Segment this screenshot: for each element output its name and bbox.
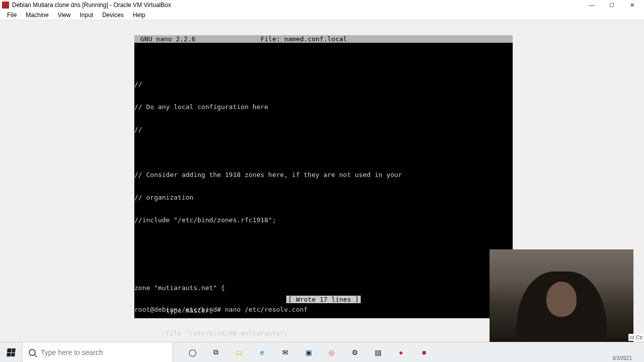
taskbar-apps: ◯ ⧉ 🗂 e ✉ ▣ ◎ ⚙ ▤ ● ■ [173, 342, 644, 363]
minimize-button[interactable]: — [582, 0, 602, 10]
clip-hint-label: nt Ctr [628, 334, 644, 341]
windows-logo-icon [7, 348, 16, 356]
window-title: Debian Mutiara clone dns [Running] - Ora… [12, 2, 582, 9]
start-button[interactable] [0, 342, 22, 363]
app-button-1[interactable]: ▤ [367, 342, 388, 363]
menu-file[interactable]: File [3, 11, 21, 19]
close-button[interactable]: ✕ [622, 0, 642, 10]
nano-editor-body[interactable]: // // Do any local configuration here //… [134, 43, 513, 362]
settings-button[interactable]: ⚙ [344, 342, 365, 363]
menu-devices[interactable]: Devices [98, 11, 128, 19]
gear-icon: ⚙ [350, 347, 360, 357]
windows-taskbar: Type here to search ◯ ⧉ 🗂 e ✉ ▣ ◎ ⚙ ▤ ● … [0, 342, 644, 362]
nano-status-line: [ Wrote 17 lines ] [134, 296, 513, 303]
mail-button[interactable]: ✉ [275, 342, 296, 363]
nano-version: GNU nano 2.2.6 [134, 35, 196, 43]
editor-line: // organization [134, 194, 513, 201]
menu-help[interactable]: Help [129, 11, 149, 19]
explorer-button[interactable]: 🗂 [228, 342, 250, 363]
search-icon [29, 349, 36, 356]
folder-icon: 🗂 [234, 347, 244, 357]
record-icon: ● [396, 347, 406, 357]
virtualbox-button[interactable]: ▣ [298, 342, 319, 363]
edge-icon: e [257, 347, 267, 357]
edge-button[interactable]: e [252, 342, 273, 363]
mail-icon: ✉ [280, 347, 290, 357]
terminal-window[interactable]: GNU nano 2.2.6 File: named.conf.local //… [134, 35, 513, 318]
virtualbox-icon [2, 2, 9, 9]
app-icon: ■ [419, 347, 429, 357]
editor-line [134, 239, 513, 246]
taskbar-search[interactable]: Type here to search [22, 342, 173, 363]
webcam-overlay [490, 249, 633, 342]
editor-line: // [134, 80, 513, 88]
virtualbox-menubar: File Machine View Input Devices Help [0, 10, 644, 20]
editor-line: //include "/etc/bind/zones.rfc1918"; [134, 216, 513, 224]
nano-file-name: File: named.conf.local [196, 35, 412, 43]
circle-icon: ◯ [188, 347, 198, 357]
vbox-icon: ▣ [303, 347, 313, 357]
taskview-icon: ⧉ [211, 347, 221, 357]
taskview-button[interactable]: ⧉ [205, 342, 226, 363]
editor-line [134, 261, 513, 269]
editor-line: // Do any local configuration here [134, 103, 513, 111]
cortana-button[interactable]: ◯ [182, 342, 203, 363]
editor-line: // [134, 126, 513, 133]
shell-prompt[interactable]: root@debian:/etc/bind# nano /etc/resolv.… [134, 306, 513, 313]
menu-input[interactable]: Input [76, 11, 98, 19]
menu-machine[interactable]: Machine [22, 11, 52, 19]
search-placeholder-text: Type here to search [41, 348, 103, 356]
panel-icon: ▤ [373, 347, 383, 357]
app-button-2[interactable]: ■ [414, 342, 435, 363]
editor-line [134, 148, 513, 156]
chrome-button[interactable]: ◎ [321, 342, 342, 363]
editor-line: file "/etc/bind/db.mutiarauts"; [134, 329, 513, 337]
editor-line [134, 58, 513, 65]
virtualbox-titlebar: Debian Mutiara clone dns [Running] - Ora… [0, 0, 644, 10]
nano-status-text: [ Wrote 17 lines ] [286, 296, 361, 303]
window-controls: — ☐ ✕ [582, 0, 642, 10]
nano-titlebar: GNU nano 2.2.6 File: named.conf.local [134, 35, 513, 43]
chrome-icon: ◎ [327, 347, 337, 357]
editor-line: // Consider adding the 1918 zones here, … [134, 171, 513, 178]
editor-line: zone "mutiarauts.net" { [134, 284, 513, 292]
record-button[interactable]: ● [390, 342, 412, 363]
menu-view[interactable]: View [54, 11, 75, 19]
maximize-button[interactable]: ☐ [602, 0, 622, 10]
taskbar-date[interactable]: 3/3/2021 [610, 354, 634, 362]
